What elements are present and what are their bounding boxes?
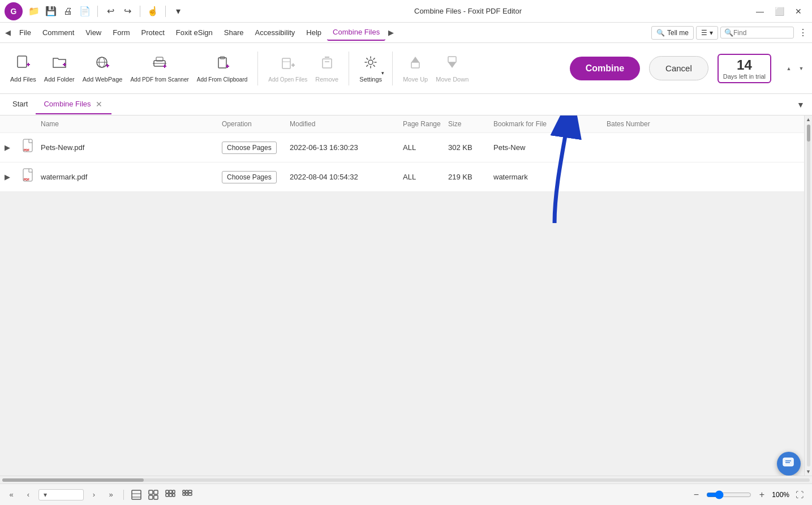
scrollbar-v-thumb[interactable] [807,125,810,142]
more-options-icon[interactable]: ⋮ [796,26,810,40]
svg-rect-49 [166,494,169,497]
move-group: Move Up Move Down [397,52,474,85]
col-bookmark: Bookmark for File [493,120,607,128]
menu-protect[interactable]: Protect [136,25,170,40]
page-dropdown[interactable]: ▾ [38,489,84,500]
row2-expand[interactable]: ▶ [5,173,23,181]
scrollbar-h-track[interactable] [2,478,810,482]
settings-button[interactable]: Settings ▾ [356,52,385,85]
add-webpage-button[interactable]: Add WebPage [79,52,126,85]
menu-nav-back[interactable]: ◀ [2,27,14,38]
undo-icon[interactable]: ↩ [104,5,117,18]
tab-combine-files[interactable]: Combine Files ✕ [36,95,111,114]
touch-icon[interactable]: ☝ [146,5,160,18]
svg-text:PDF: PDF [24,178,29,181]
row2-modified: 2022-08-04 10:54:32 [290,173,403,181]
svg-text:PDF: PDF [24,148,29,152]
move-down-button[interactable]: Move Down [432,52,472,85]
scrollbar-down-button[interactable]: ▼ [805,468,813,476]
scrollbar-h-thumb[interactable] [2,478,144,482]
view-chevron-icon: ▾ [710,29,713,37]
maximize-button[interactable]: ⬜ [770,2,788,20]
menu-comment[interactable]: Comment [37,25,80,40]
menu-share[interactable]: Share [218,25,250,40]
menu-help[interactable]: Help [300,25,327,40]
add-webpage-label: Add WebPage [83,76,123,83]
trial-label: Days left in trial [723,73,766,80]
add-clipboard-button[interactable]: Add From Clipboard [194,53,251,85]
horizontal-scrollbar[interactable] [0,476,812,483]
svg-rect-53 [186,490,188,493]
settings-group: Settings ▾ [354,52,388,85]
toolbar-icon-4[interactable] [181,488,194,502]
scrollbar-v-track[interactable] [807,125,810,467]
cancel-button[interactable]: Cancel [649,56,708,80]
menu-file[interactable]: File [14,25,37,40]
move-up-label: Move Up [403,76,428,83]
svg-rect-47 [169,490,172,493]
tell-me-button[interactable]: 🔍 Tell me [651,26,694,40]
zoom-slider[interactable] [706,490,751,499]
toolbar: Add Files Add Folder Add WebPage Add PDF… [0,43,812,94]
titlebar-icons: 📁 💾 🖨 📄 ↩ ↪ ☝ ▾ [27,5,185,18]
status-sep-1 [123,490,124,500]
nav-first-button[interactable]: « [5,488,18,502]
row2-choose-pages-button[interactable]: Choose Pages [222,171,277,183]
svg-rect-56 [186,493,188,495]
search-input[interactable] [733,29,790,37]
combine-button[interactable]: Combine [570,57,640,80]
nav-next-button[interactable]: › [87,488,101,502]
menu-combine-files[interactable]: Combine Files [327,24,385,41]
open-icon[interactable]: 📁 [27,5,41,18]
save-icon[interactable]: 💾 [44,5,58,18]
add-open-files-button[interactable]: Add Open Files [265,53,311,85]
fullscreen-button[interactable]: ⛶ [792,487,807,503]
view-options-button[interactable]: ☰ ▾ [696,26,718,40]
remove-button[interactable]: Remove [312,52,342,85]
menu-accessibility[interactable]: Accessibility [250,25,301,40]
toolbar-scroll-down[interactable]: ▼ [797,65,805,72]
menu-foxitsign[interactable]: Foxit eSign [170,25,218,40]
print-icon[interactable]: 🖨 [61,5,75,18]
zoom-out-button[interactable]: − [688,487,704,503]
tab-scroll-down[interactable]: ▼ [794,98,807,112]
sep3 [165,6,166,17]
svg-rect-42 [149,490,153,494]
menu-view[interactable]: View [80,25,107,40]
tab-close-icon[interactable]: ✕ [94,100,104,109]
toolbar-icon-3[interactable] [164,488,177,502]
svg-rect-22 [323,59,332,68]
new-doc-icon[interactable]: 📄 [78,5,92,18]
toolbar-icon-2[interactable] [147,488,160,502]
close-button[interactable]: ✕ [789,2,807,20]
svg-point-25 [368,60,373,65]
svg-rect-51 [173,494,175,497]
add-folder-button[interactable]: Add Folder [41,52,78,85]
minimize-button[interactable]: — [751,2,769,20]
toolbar-scroll-up[interactable]: ▲ [785,65,793,72]
chat-button[interactable] [777,452,801,476]
vertical-scrollbar[interactable]: ▲ ▼ [804,115,812,476]
zoom-in-button[interactable]: + [754,487,770,503]
add-files-button[interactable]: Add Files [7,52,40,85]
nav-prev-button[interactable]: ‹ [22,488,35,502]
menu-nav-forward[interactable]: ▶ [385,27,397,38]
svg-rect-45 [154,495,158,499]
customize-icon[interactable]: ▾ [171,5,185,18]
nav-last-button[interactable]: » [104,488,118,502]
svg-rect-57 [188,493,192,495]
add-folder-icon [51,54,67,74]
table-row: ▶ PDF Pets-New.pdf Choose Pages 2022-06-… [0,133,812,162]
redo-icon[interactable]: ↪ [121,5,134,18]
row1-choose-pages-button[interactable]: Choose Pages [222,142,277,154]
tab-combine-label: Combine Files [44,100,91,108]
search-box[interactable]: 🔍 [720,27,794,38]
row1-expand[interactable]: ▶ [5,143,23,152]
add-pdf-scanner-button[interactable]: Add PDF from Scanner [127,53,192,85]
menu-form[interactable]: Form [107,25,135,40]
toolbar-icon-1[interactable] [130,488,143,502]
scrollbar-up-button[interactable]: ▲ [805,115,813,123]
tab-start[interactable]: Start [5,95,36,114]
move-up-button[interactable]: Move Up [399,52,431,85]
col-size: Size [448,120,493,128]
